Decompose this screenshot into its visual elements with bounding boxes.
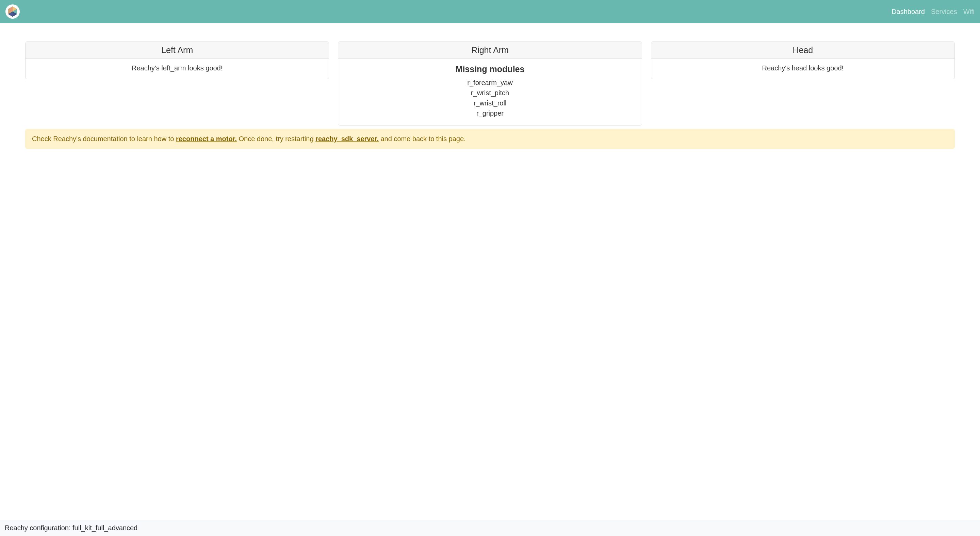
footer-config-text: Reachy configuration: full_kit_full_adva… [5, 524, 137, 531]
card-header-right-arm: Right Arm [338, 42, 641, 59]
card-title-right-arm: Right Arm [344, 45, 636, 55]
card-left-arm: Left Arm Reachy's left_arm looks good! [25, 41, 329, 79]
alert-text-suffix: and come back to this page. [379, 135, 466, 143]
card-header-head: Head [651, 42, 955, 59]
status-left-arm: Reachy's left_arm looks good! [31, 64, 323, 72]
link-reconnect-motor[interactable]: reconnect a motor. [176, 135, 237, 143]
nav-services[interactable]: Services [931, 8, 957, 16]
main-content: Left Arm Reachy's left_arm looks good! R… [0, 23, 980, 520]
navbar: Dashboard Services Wifi [0, 0, 980, 23]
logo-icon[interactable] [5, 5, 20, 19]
card-right-arm: Right Arm Missing modules r_forearm_yaw … [338, 41, 642, 125]
missing-modules-heading: Missing modules [344, 64, 636, 74]
alert-warning: Check Reachy's documentation to learn ho… [25, 129, 955, 149]
card-body-head: Reachy's head looks good! [651, 59, 955, 79]
card-body-right-arm: Missing modules r_forearm_yaw r_wrist_pi… [338, 59, 641, 125]
alert-text-middle: Once done, try restarting [237, 135, 315, 143]
card-head: Head Reachy's head looks good! [651, 41, 955, 79]
card-title-left-arm: Left Arm [31, 45, 323, 55]
footer: Reachy configuration: full_kit_full_adva… [0, 520, 980, 536]
card-body-left-arm: Reachy's left_arm looks good! [25, 59, 329, 79]
card-header-left-arm: Left Arm [25, 42, 329, 59]
missing-module-item: r_gripper [344, 108, 636, 118]
nav-wifi[interactable]: Wifi [963, 8, 975, 16]
link-reachy-sdk-server[interactable]: reachy_sdk_server. [315, 135, 379, 143]
alert-text-prefix: Check Reachy's documentation to learn ho… [32, 135, 176, 143]
nav-dashboard[interactable]: Dashboard [891, 8, 925, 16]
cards-row: Left Arm Reachy's left_arm looks good! R… [25, 41, 955, 125]
missing-module-item: r_wrist_pitch [344, 88, 636, 98]
nav-links: Dashboard Services Wifi [891, 8, 975, 16]
card-title-head: Head [657, 45, 949, 55]
missing-module-item: r_wrist_roll [344, 98, 636, 108]
status-head: Reachy's head looks good! [657, 64, 949, 72]
missing-module-item: r_forearm_yaw [344, 78, 636, 88]
